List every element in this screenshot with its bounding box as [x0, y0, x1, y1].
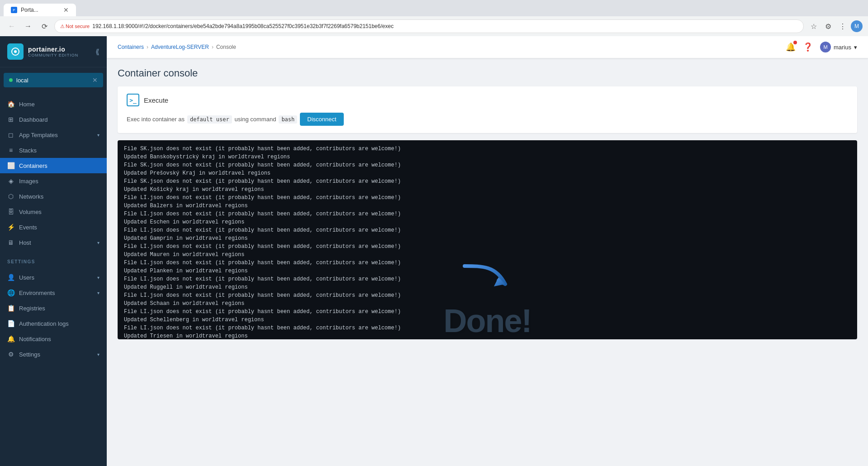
endpoint-item-local[interactable]: local ✕ [4, 73, 103, 87]
breadcrumb-container-link[interactable]: AdventureLog-SERVER [151, 44, 209, 50]
toolbar-actions: ☆ ⚙ ⋮ M [807, 20, 863, 33]
settings-nav: 👤 Users ▾ 🌐 Environments ▾ 📋 Registries … [0, 266, 107, 366]
breadcrumb-separator: › [212, 44, 213, 50]
sidebar-item-label: Settings [19, 351, 93, 358]
forward-button[interactable]: → [22, 20, 34, 33]
sidebar-item-auth-logs[interactable]: 📄 Authentication logs [0, 316, 107, 331]
tab-close-button[interactable]: ✕ [63, 6, 69, 14]
terminal-line: File LI.json does not exist (it probably… [124, 324, 851, 332]
endpoint-section: local ✕ [0, 67, 107, 93]
sidebar-item-label: Host [19, 239, 93, 246]
sidebar-item-label: Users [19, 274, 93, 281]
terminal-line: File LI.json does not exist (it probably… [124, 226, 851, 234]
sidebar: portainer.io COMMUNITY EDITION ⟪ local ✕… [0, 36, 107, 466]
sidebar-item-app-templates[interactable]: ◻ App Templates ▾ [0, 127, 107, 143]
terminal-line: File LI.json does not exist (it probably… [124, 308, 851, 316]
sidebar-item-volumes[interactable]: 🗄 Volumes [0, 204, 107, 219]
browser-toolbar: ← → ⟳ ⚠ Not secure 192.168.1.18:9000/#!/… [0, 16, 868, 36]
main-header: Containers › AdventureLog-SERVER › Conso… [107, 36, 868, 58]
logo-text: portainer.io COMMUNITY EDITION [28, 46, 78, 57]
chevron-down-icon: ▾ [97, 133, 100, 138]
terminal-line: File SK.json does not exist (it probably… [124, 161, 851, 169]
sidebar-item-users[interactable]: 👤 Users ▾ [0, 270, 107, 285]
endpoint-close-button[interactable]: ✕ [92, 76, 98, 84]
terminal-line: Updated Prešovský Kraj in worldtravel re… [124, 169, 851, 177]
images-icon: ◈ [7, 177, 14, 185]
dashboard-icon: ⊞ [7, 116, 14, 123]
terminal-line: Updated Košický kraj in worldtravel regi… [124, 185, 851, 194]
header-actions: 🔔 ❓ M marius ▾ [786, 42, 857, 52]
breadcrumb: Containers › AdventureLog-SERVER › Conso… [118, 44, 236, 50]
environments-icon: 🌐 [7, 289, 14, 296]
breadcrumb-separator: › [147, 44, 148, 50]
notifications-icon: 🔔 [7, 335, 14, 342]
terminal-line: File LI.json does not exist (it probably… [124, 243, 851, 251]
bookmark-button[interactable]: ☆ [807, 20, 820, 33]
not-secure-label: Not secure [66, 24, 90, 29]
host-icon: 🖥 [7, 239, 14, 246]
sidebar-item-label: Home [19, 101, 100, 108]
terminal-line: Updated Ruggell in worldtravel regions [124, 283, 851, 291]
sidebar-item-label: Containers [19, 162, 100, 169]
sidebar-item-home[interactable]: 🏠 Home [0, 96, 107, 112]
sidebar-item-networks[interactable]: ⬡ Networks [0, 189, 107, 204]
browser-chrome: P Porta... ✕ ← → ⟳ ⚠ Not secure 192.168.… [0, 0, 868, 36]
registries-icon: 📋 [7, 304, 14, 312]
sidebar-item-notifications[interactable]: 🔔 Notifications [0, 331, 107, 347]
menu-button[interactable]: ⋮ [836, 20, 849, 33]
sidebar-item-label: Networks [19, 193, 100, 200]
back-button[interactable]: ← [5, 20, 18, 33]
app-templates-icon: ◻ [7, 131, 14, 138]
sidebar-item-registries[interactable]: 📋 Registries [0, 300, 107, 316]
sidebar-item-containers[interactable]: ⬜ Containers [0, 158, 107, 173]
sidebar-item-images[interactable]: ◈ Images [0, 173, 107, 189]
chevron-down-icon: ▾ [97, 275, 100, 280]
breadcrumb-current: Console [216, 44, 236, 50]
terminal-line: File LI.json does not exist (it probably… [124, 275, 851, 283]
browser-tabs: P Porta... ✕ [0, 0, 868, 16]
terminal[interactable]: File SK.json does not exist (it probably… [118, 140, 857, 339]
execute-card: >_ Execute Exec into container as defaul… [118, 86, 857, 133]
terminal-line: File LI.json does not exist (it probably… [124, 194, 851, 202]
help-button[interactable]: ❓ [803, 42, 813, 52]
svg-point-1 [14, 50, 17, 53]
terminal-line: Updated Gamprin in worldtravel regions [124, 234, 851, 243]
sidebar-item-host[interactable]: 🖥 Host ▾ [0, 235, 107, 250]
sidebar-item-label: Authentication logs [19, 320, 100, 327]
user-name: marius [834, 44, 851, 51]
exec-user: default user [187, 115, 232, 124]
extensions-button[interactable]: ⚙ [822, 20, 835, 33]
user-avatar: M [820, 42, 831, 52]
exec-line: Exec into container as default user usin… [127, 113, 848, 126]
profile-avatar[interactable]: M [851, 20, 863, 32]
user-menu[interactable]: M marius ▾ [820, 42, 857, 52]
refresh-button[interactable]: ⟳ [38, 20, 51, 33]
address-bar[interactable]: ⚠ Not secure 192.168.1.18:9000/#!/2/dock… [54, 19, 804, 33]
sidebar-item-dashboard[interactable]: ⊞ Dashboard [0, 112, 107, 127]
sidebar-toggle-button[interactable]: ⟪ [95, 48, 100, 56]
sidebar-item-stacks[interactable]: ≡ Stacks [0, 143, 107, 158]
stacks-icon: ≡ [7, 147, 14, 154]
terminal-line: Updated Banskobystrický kraj in worldtra… [124, 153, 851, 161]
terminal-line: File SK.json does not exist (it probably… [124, 177, 851, 185]
volumes-icon: 🗄 [7, 208, 14, 215]
users-icon: 👤 [7, 274, 14, 281]
settings-icon: ⚙ [7, 351, 14, 358]
main-content: Containers › AdventureLog-SERVER › Conso… [107, 36, 868, 466]
user-menu-chevron: ▾ [854, 44, 857, 51]
settings-section-header: Settings [0, 254, 107, 266]
page-title: Container console [118, 67, 857, 79]
sidebar-item-environments[interactable]: 🌐 Environments ▾ [0, 285, 107, 300]
sidebar-item-label: Registries [19, 305, 100, 312]
tab-label: Porta... [21, 7, 38, 13]
sidebar-item-events[interactable]: ⚡ Events [0, 219, 107, 235]
breadcrumb-containers-link[interactable]: Containers [118, 44, 144, 50]
chevron-down-icon: ▾ [97, 240, 100, 245]
endpoint-name: local [16, 77, 89, 84]
containers-icon: ⬜ [7, 162, 14, 169]
disconnect-button[interactable]: Disconnect [300, 113, 343, 126]
notifications-bell-button[interactable]: 🔔 [786, 42, 796, 52]
auth-logs-icon: 📄 [7, 320, 14, 327]
sidebar-item-settings[interactable]: ⚙ Settings ▾ [0, 347, 107, 362]
browser-tab-active[interactable]: P Porta... ✕ [4, 4, 76, 16]
